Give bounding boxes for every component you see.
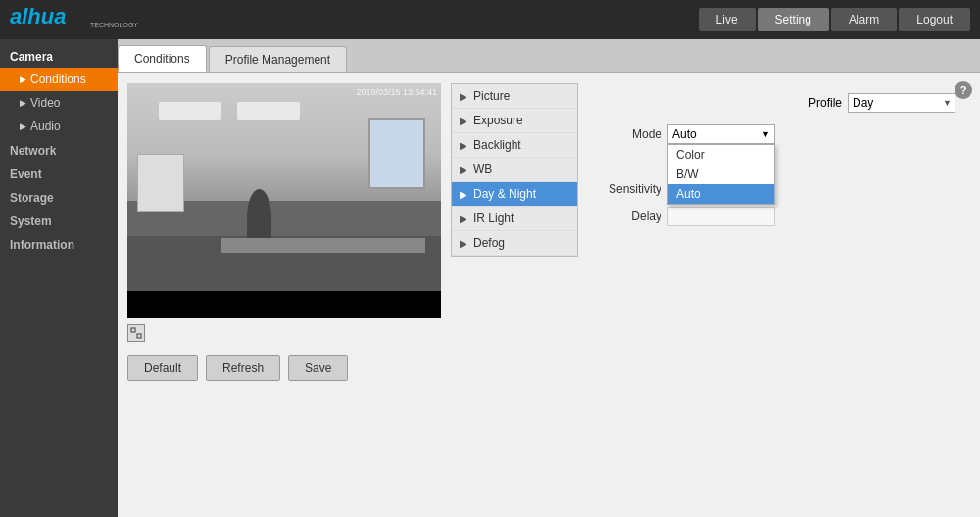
- menu-item-defog[interactable]: ▶ Defog: [452, 231, 577, 256]
- menu-item-exposure[interactable]: ▶ Exposure: [452, 109, 577, 133]
- sidebar-item-storage[interactable]: Storage: [0, 185, 118, 209]
- top-bar: alhua TECHNOLOGY Live Setting Alarm Logo…: [0, 0, 980, 39]
- sidebar-label-video: Video: [30, 96, 60, 110]
- menu-label-ir-light: IR Light: [473, 212, 514, 225]
- fullscreen-button[interactable]: [127, 324, 145, 342]
- sidebar-item-audio[interactable]: ▶ Audio: [0, 115, 118, 138]
- content-area: Conditions Profile Management ?: [118, 39, 980, 517]
- mode-select-display[interactable]: Auto ▼: [667, 124, 775, 144]
- profile-row: Profile Day Night Normal: [593, 93, 956, 113]
- arrow-icon: ▶: [20, 98, 26, 108]
- settings-form-area: Profile Day Night Normal Mode: [578, 83, 970, 507]
- tab-profile-management[interactable]: Profile Management: [209, 46, 347, 72]
- svg-rect-2: [137, 334, 141, 338]
- sidebar-label-conditions: Conditions: [30, 72, 86, 86]
- menu-label-defog: Defog: [473, 236, 505, 250]
- setting-button[interactable]: Setting: [758, 8, 829, 31]
- svg-text:alhua: alhua: [10, 4, 66, 28]
- refresh-button[interactable]: Refresh: [206, 355, 280, 381]
- mode-option-bw[interactable]: B/W: [668, 164, 774, 184]
- mode-row: Mode Auto ▼ Color B/W Auto: [593, 124, 956, 144]
- profile-select-wrapper[interactable]: Day Night Normal: [848, 93, 956, 113]
- menu-item-ir-light[interactable]: ▶ IR Light: [452, 207, 577, 231]
- arrow-icon: ▶: [20, 74, 26, 84]
- menu-label-day-night: Day & Night: [473, 187, 536, 201]
- mode-dropdown-container: Auto ▼ Color B/W Auto: [667, 124, 775, 144]
- sidebar-section-camera: Camera: [0, 44, 118, 68]
- arrow-icon: ▶: [460, 91, 467, 102]
- menu-label-exposure: Exposure: [473, 114, 523, 127]
- sidebar-item-conditions[interactable]: ▶ Conditions: [0, 68, 118, 91]
- menu-item-wb[interactable]: ▶ WB: [452, 158, 577, 182]
- sidebar: Camera ▶ Conditions ▶ Video ▶ Audio Netw…: [0, 39, 118, 517]
- mode-label: Mode: [593, 127, 662, 141]
- logo-text: alhua: [10, 2, 88, 37]
- arrow-icon: ▶: [460, 140, 467, 151]
- save-button[interactable]: Save: [288, 355, 348, 381]
- arrow-icon: ▶: [460, 116, 467, 126]
- delay-row: Delay: [593, 207, 956, 226]
- sidebar-item-information[interactable]: Information: [0, 232, 118, 256]
- arrow-icon: ▶: [460, 189, 467, 200]
- logo: alhua TECHNOLOGY: [10, 2, 138, 37]
- arrow-icon: ▶: [20, 121, 26, 131]
- delay-input[interactable]: [667, 207, 775, 226]
- sidebar-item-event[interactable]: Event: [0, 162, 118, 185]
- arrow-icon: ▶: [460, 238, 467, 249]
- sidebar-item-video[interactable]: ▶ Video: [0, 91, 118, 115]
- mode-dropdown-menu: Color B/W Auto: [667, 144, 775, 205]
- sidebar-item-system[interactable]: System: [0, 209, 118, 232]
- tab-conditions[interactable]: Conditions: [118, 45, 207, 72]
- default-button[interactable]: Default: [127, 355, 198, 381]
- tab-bar: Conditions Profile Management: [118, 39, 980, 72]
- menu-item-day-night[interactable]: ▶ Day & Night: [452, 182, 577, 207]
- menu-label-backlight: Backlight: [473, 138, 521, 152]
- arrow-icon: ▶: [460, 164, 467, 175]
- help-icon[interactable]: ?: [955, 81, 972, 99]
- menu-label-wb: WB: [473, 163, 492, 176]
- profile-label: Profile: [808, 96, 842, 110]
- sidebar-label-audio: Audio: [30, 119, 61, 133]
- main-layout: Camera ▶ Conditions ▶ Video ▶ Audio Netw…: [0, 39, 980, 517]
- video-controls: [127, 318, 441, 348]
- delay-label: Delay: [593, 210, 662, 223]
- menu-list: ▶ Picture ▶ Exposure ▶ Backlight ▶ WB: [451, 83, 578, 257]
- mode-section: Mode Auto ▼ Color B/W Auto: [593, 124, 956, 226]
- tab-content: ?: [118, 72, 980, 517]
- top-nav: Live Setting Alarm Logout: [699, 8, 970, 31]
- svg-rect-1: [131, 328, 135, 332]
- video-panel: 2019/03/15 13:54:41 Default Refresh Save: [127, 83, 441, 507]
- mode-dropdown-arrow: ▼: [761, 129, 770, 139]
- mode-option-color[interactable]: Color: [668, 145, 774, 164]
- mode-option-auto[interactable]: Auto: [668, 184, 774, 204]
- logo-subtitle: TECHNOLOGY: [90, 22, 138, 28]
- sidebar-item-network[interactable]: Network: [0, 138, 118, 162]
- sensitivity-label: Sensitivity: [593, 182, 662, 196]
- button-row: Default Refresh Save: [127, 355, 441, 381]
- profile-select[interactable]: Day Night Normal: [848, 93, 956, 113]
- video-timestamp: 2019/03/15 13:54:41: [356, 87, 437, 97]
- arrow-icon: ▶: [460, 213, 467, 224]
- mode-selected-value: Auto: [672, 127, 697, 141]
- video-container: 2019/03/15 13:54:41: [127, 83, 441, 318]
- alarm-button[interactable]: Alarm: [831, 8, 897, 31]
- menu-label-picture: Picture: [473, 89, 510, 103]
- menu-item-backlight[interactable]: ▶ Backlight: [452, 133, 577, 158]
- menu-item-picture[interactable]: ▶ Picture: [452, 84, 577, 109]
- right-panel: ▶ Picture ▶ Exposure ▶ Backlight ▶ WB: [451, 83, 970, 507]
- live-button[interactable]: Live: [699, 8, 756, 31]
- delay-input-wrapper: [667, 207, 775, 226]
- logout-button[interactable]: Logout: [899, 8, 970, 31]
